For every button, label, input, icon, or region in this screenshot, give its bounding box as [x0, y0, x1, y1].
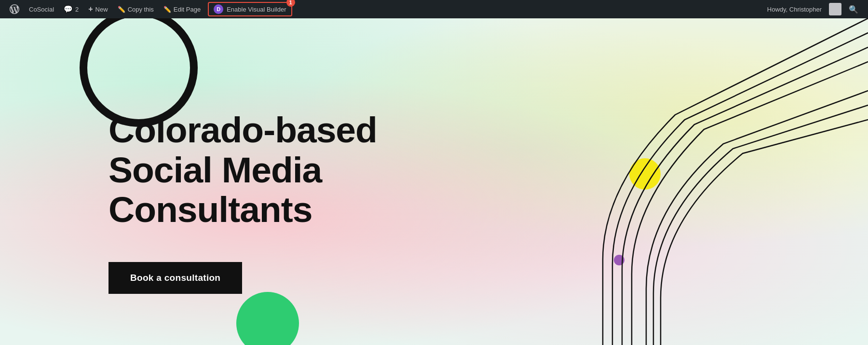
admin-bar: CoSocial 💬 2 + New ✏️ Copy this ✏️ Edit …: [0, 0, 868, 18]
new-button[interactable]: + New: [83, 0, 112, 18]
book-consultation-button[interactable]: Book a consultation: [108, 262, 242, 294]
site-name-button[interactable]: CoSocial: [24, 0, 59, 18]
divi-icon: D: [214, 4, 223, 14]
admin-bar-right: Howdy, Christopher 🔍: [762, 3, 863, 15]
new-label: New: [95, 6, 108, 13]
comments-count: 2: [75, 6, 79, 13]
copy-this-button[interactable]: ✏️ Copy this: [113, 0, 159, 18]
enable-vb-label: Enable Visual Builder: [227, 6, 286, 13]
enable-visual-builder-button[interactable]: D Enable Visual Builder 1: [208, 2, 292, 16]
copy-icon: ✏️: [118, 6, 125, 13]
notification-badge: 1: [286, 0, 295, 7]
cta-label: Book a consultation: [130, 273, 220, 283]
site-name-label: CoSocial: [29, 6, 54, 13]
wp-logo-button[interactable]: [5, 0, 24, 18]
copy-label: Copy this: [128, 6, 154, 13]
hero-title-line1: Colorado-based: [108, 110, 377, 150]
hero-title: Colorado-based Social Media Consultants: [108, 110, 377, 230]
decorative-purple-dot: [614, 255, 624, 265]
comment-icon: 💬: [64, 5, 73, 14]
howdy-text: Howdy, Christopher: [762, 6, 827, 13]
search-button[interactable]: 🔍: [844, 5, 863, 14]
main-content: Colorado-based Social Media Consultants …: [0, 18, 868, 345]
plus-icon: +: [88, 5, 93, 14]
hero-title-line3: Consultants: [108, 189, 312, 230]
edit-icon: ✏️: [163, 6, 171, 13]
hero-text-block: Colorado-based Social Media Consultants: [108, 110, 377, 230]
edit-page-label: Edit Page: [174, 6, 201, 13]
hero-title-line2: Social Media: [108, 150, 322, 190]
decorative-yellow-circle: [629, 158, 661, 190]
edit-page-button[interactable]: ✏️ Edit Page: [159, 0, 205, 18]
wordpress-logo-icon: [10, 4, 19, 14]
comments-button[interactable]: 💬 2: [59, 0, 83, 18]
user-avatar[interactable]: [829, 3, 841, 15]
